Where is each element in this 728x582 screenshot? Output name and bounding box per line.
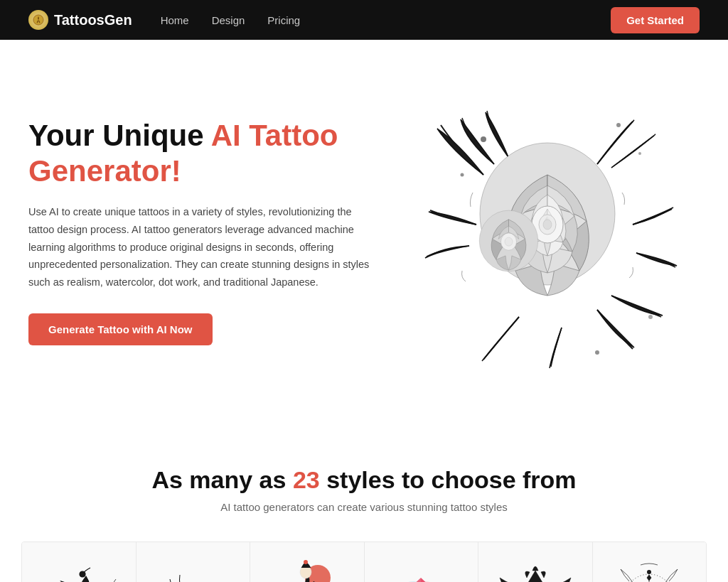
- styles-section: As many as 23 styles to choose from AI t…: [0, 424, 728, 582]
- styles-title-suffix: styles to choose from: [320, 466, 577, 493]
- nav-home[interactable]: Home: [161, 14, 189, 26]
- nav-pricing[interactable]: Pricing: [267, 14, 300, 26]
- logo-icon: [28, 10, 48, 30]
- nav-design[interactable]: Design: [212, 14, 245, 26]
- svg-point-14: [80, 571, 85, 577]
- logo-text: TattoosGen: [54, 12, 132, 28]
- styles-title-prefix: As many as: [151, 466, 292, 493]
- mandala-tattoo: [606, 556, 692, 582]
- style-card-watercolor-rose: [365, 542, 479, 582]
- logo-link[interactable]: TattoosGen: [28, 10, 132, 30]
- get-started-button[interactable]: Get Started: [611, 7, 700, 33]
- geisha-tattoo: [264, 556, 350, 582]
- hero-text: Your Unique AI Tattoo Generator! Use AI …: [28, 118, 398, 346]
- styles-subtitle: AI tattoo generators can create various …: [14, 501, 714, 513]
- generate-tattoo-button[interactable]: Generate Tattoo with AI Now: [28, 313, 213, 345]
- svg-point-2: [616, 123, 621, 127]
- watercolor-tattoo: [378, 556, 464, 582]
- hero-description: Use AI to create unique tattoos in a var…: [28, 203, 370, 291]
- hero-title: Your Unique AI Tattoo Generator!: [28, 118, 398, 190]
- rose-tattoo-image: [398, 82, 697, 381]
- hero-section: Your Unique AI Tattoo Generator! Use AI …: [0, 40, 728, 424]
- tribal-tattoo: [493, 556, 578, 582]
- style-card-mandala: [593, 542, 707, 582]
- svg-point-5: [648, 315, 653, 319]
- svg-marker-52: [647, 575, 651, 581]
- style-card-geisha: [250, 542, 365, 582]
- phoenix-tattoo: [36, 556, 122, 582]
- styles-count: 23: [293, 466, 320, 493]
- nav-links: Home Design Pricing: [161, 14, 611, 26]
- eye-tattoo: [150, 556, 235, 582]
- svg-point-57: [647, 570, 651, 574]
- svg-point-4: [461, 173, 464, 177]
- navbar: TattoosGen Home Design Pricing Get Start…: [0, 0, 728, 40]
- styles-grid: [21, 541, 707, 582]
- svg-point-3: [638, 152, 641, 155]
- svg-point-13: [505, 237, 513, 246]
- style-card-tribal: [478, 542, 593, 582]
- hero-title-prefix: Your Unique: [28, 119, 211, 152]
- hero-image: [398, 82, 697, 381]
- style-card-phoenix: [22, 542, 136, 582]
- svg-point-10: [543, 220, 552, 230]
- svg-point-6: [595, 350, 599, 355]
- svg-point-1: [481, 136, 486, 142]
- svg-point-23: [304, 560, 308, 564]
- styles-title: As many as 23 styles to choose from: [14, 466, 714, 494]
- style-card-eye: [136, 542, 251, 582]
